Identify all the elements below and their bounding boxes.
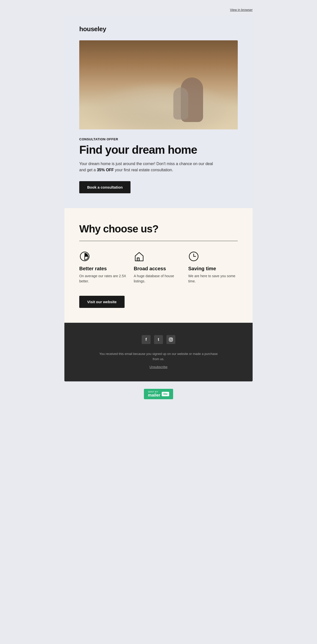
hero-section: houseley CONSULTATION OFFER Find your dr…: [64, 15, 253, 208]
hero-headline: Find your dream home: [79, 144, 238, 156]
section-divider: [79, 241, 238, 241]
feature-saving-time-title: Saving time: [188, 266, 238, 272]
svg-point-7: [170, 338, 172, 340]
instagram-icon[interactable]: [166, 335, 175, 344]
feature-broad-access-desc: A huge database of house listings.: [134, 274, 183, 284]
svg-rect-2: [137, 258, 139, 261]
feature-better-rates: Better rates On average our rates are 2.…: [79, 251, 129, 284]
visit-website-button[interactable]: Visit our website: [79, 296, 125, 308]
footer-section: f t You received this email because you …: [64, 323, 253, 382]
svg-point-8: [172, 338, 172, 339]
feature-better-rates-desc: On average our rates are 2.5X better.: [79, 274, 129, 284]
why-title: Why choose us?: [79, 223, 238, 235]
mailerlite-button[interactable]: SENT BY mailer lite: [144, 389, 173, 399]
feature-broad-access-title: Broad access: [134, 266, 183, 272]
mailerlite-name-label: mailer: [148, 393, 160, 397]
book-consultation-button[interactable]: Book a consultation: [79, 181, 131, 193]
features-grid: Better rates On average our rates are 2.…: [79, 251, 238, 284]
social-icons: f t: [79, 335, 238, 344]
why-section: Why choose us? Better rates On average o…: [64, 208, 253, 323]
feature-saving-time: Saving time We are here to save you some…: [188, 251, 238, 284]
brand-logo: houseley: [79, 25, 238, 33]
twitter-icon[interactable]: t: [154, 335, 163, 344]
facebook-icon[interactable]: f: [142, 335, 151, 344]
feature-broad-access: Broad access A huge database of house li…: [134, 251, 183, 284]
home-icon: [134, 251, 145, 262]
unsubscribe-link[interactable]: Unsubscribe: [150, 365, 167, 369]
footer-disclaimer: You received this email because you sign…: [97, 352, 220, 362]
hero-body: Your dream home is just around the corne…: [79, 161, 213, 173]
mailerlite-badge: SENT BY mailer lite: [64, 389, 253, 399]
mailerlite-lite-badge: lite: [162, 392, 169, 396]
offer-label: CONSULTATION OFFER: [79, 137, 238, 141]
clock-icon: [188, 251, 199, 262]
chart-icon: [79, 251, 90, 262]
svg-rect-6: [169, 338, 173, 341]
view-in-browser-link[interactable]: View in browser: [230, 8, 253, 12]
top-bar: View in browser: [64, 5, 253, 15]
feature-saving-time-desc: We are here to save you some time.: [188, 274, 238, 284]
hero-image: [79, 40, 238, 130]
feature-better-rates-title: Better rates: [79, 266, 129, 272]
